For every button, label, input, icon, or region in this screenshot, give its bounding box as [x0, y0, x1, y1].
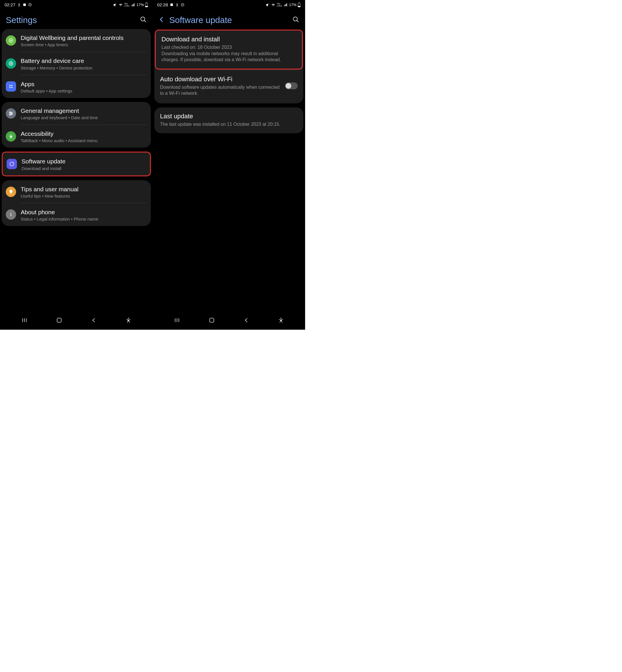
- item-sub: TalkBack • Mono audio • Assistant menu: [21, 138, 147, 143]
- settings-item-apps[interactable]: AppsDefault apps • App settings: [2, 75, 151, 98]
- settings-header: Settings: [0, 8, 152, 29]
- home-button[interactable]: [56, 317, 62, 324]
- status-bar: 02:27 Vo)LTE1 17%: [0, 0, 152, 8]
- download-install-item[interactable]: Download and install Last checked on: 18…: [155, 30, 303, 70]
- item-sub: Default apps • App settings: [21, 89, 147, 93]
- search-button[interactable]: [140, 16, 147, 24]
- settings-item-info[interactable]: About phoneStatus • Legal information • …: [2, 203, 151, 226]
- dnd-icon: [181, 3, 184, 7]
- recents-button[interactable]: [174, 317, 180, 324]
- auto-download-toggle[interactable]: [285, 82, 298, 89]
- dnd-icon: [28, 3, 32, 7]
- svg-point-16: [10, 134, 11, 135]
- last-update-section: Last update The last update was installe…: [154, 107, 303, 133]
- settings-item-bulb[interactable]: Tips and user manualUseful tips • New fe…: [2, 180, 151, 203]
- page-title: Settings: [6, 15, 37, 25]
- back-button[interactable]: [243, 317, 250, 324]
- svg-point-11: [9, 87, 11, 88]
- bulb-icon: [6, 187, 16, 197]
- svg-rect-24: [298, 6, 300, 7]
- signal-icon: [131, 3, 135, 7]
- svg-point-27: [281, 318, 282, 319]
- settings-section: Tips and user manualUseful tips • New fe…: [2, 180, 151, 226]
- mute-icon: [266, 3, 270, 7]
- download-install-title: Download and install: [162, 36, 296, 43]
- item-title: About phone: [21, 209, 147, 216]
- wifi-icon: [271, 3, 276, 7]
- settings-item-care[interactable]: Battery and device careStorage • Memory …: [2, 52, 151, 75]
- auto-download-item[interactable]: Auto download over Wi-Fi Download softwa…: [154, 70, 303, 102]
- item-title: Accessibility: [21, 130, 147, 138]
- settings-section: Software updateDownload and install: [2, 152, 151, 176]
- svg-point-10: [11, 85, 12, 86]
- svg-rect-3: [145, 6, 148, 7]
- item-sub: Status • Legal information • Phone name: [21, 216, 147, 221]
- accessibility-button[interactable]: [126, 317, 131, 324]
- status-time: 02:28: [157, 2, 168, 7]
- software-update-content: Download and install Last checked on: 18…: [152, 29, 305, 313]
- last-update-item[interactable]: Last update The last update was installe…: [154, 107, 303, 133]
- settings-item-update[interactable]: Software updateDownload and install: [3, 152, 150, 175]
- download-install-sub: Last checked on: 18 October 2023 Downloa…: [162, 44, 296, 63]
- settings-item-sliders[interactable]: General managementLanguage and keyboard …: [2, 102, 151, 125]
- nav-bar: [0, 313, 152, 330]
- settings-list[interactable]: Digital Wellbeing and parental controlsS…: [0, 29, 152, 313]
- item-title: Battery and device care: [21, 57, 147, 65]
- settings-section: General managementLanguage and keyboard …: [2, 102, 151, 148]
- last-update-sub: The last update was installed on 11 Octo…: [160, 121, 298, 128]
- sliders-icon: [6, 108, 16, 118]
- care-icon: [6, 58, 16, 69]
- settings-screen: 02:27 Vo)LTE1 17% Settings Digital Wellb…: [0, 0, 152, 330]
- svg-point-20: [128, 318, 129, 319]
- home-button[interactable]: [209, 317, 215, 324]
- svg-point-4: [141, 17, 145, 21]
- recents-button[interactable]: [21, 317, 28, 324]
- item-sub: Useful tips • New features: [21, 193, 147, 199]
- item-title: Apps: [21, 80, 147, 88]
- info-icon: [6, 209, 16, 220]
- back-button[interactable]: [158, 16, 165, 24]
- settings-section: Digital Wellbeing and parental controlsS…: [2, 29, 151, 98]
- svg-point-8: [10, 63, 12, 64]
- back-button[interactable]: [91, 317, 97, 324]
- svg-point-7: [9, 62, 13, 66]
- status-bar: 02:28 Vo)LTE1 17%: [152, 0, 305, 8]
- upload-icon: [175, 3, 179, 7]
- svg-point-12: [11, 87, 12, 88]
- accessibility-button[interactable]: [278, 317, 284, 324]
- signal-icon: [283, 3, 288, 7]
- item-title: Software update: [22, 158, 146, 165]
- svg-point-9: [9, 85, 11, 86]
- svg-point-13: [10, 112, 11, 113]
- svg-point-6: [10, 40, 12, 41]
- page-title: Software update: [169, 15, 232, 25]
- a11y-icon: [6, 131, 16, 142]
- search-button[interactable]: [292, 16, 299, 24]
- settings-item-wellbeing[interactable]: Digital Wellbeing and parental controlsS…: [2, 29, 151, 52]
- svg-rect-26: [210, 318, 214, 322]
- item-sub: Language and keyboard • Date and time: [21, 115, 147, 120]
- wellbeing-icon: [6, 35, 16, 46]
- settings-item-a11y[interactable]: AccessibilityTalkBack • Mono audio • Ass…: [2, 125, 151, 148]
- item-title: General management: [21, 107, 147, 115]
- upload-icon: [17, 3, 21, 7]
- svg-rect-2: [146, 3, 147, 3]
- svg-rect-18: [11, 215, 11, 216]
- software-update-header: Software update: [152, 8, 305, 29]
- update-options-section: Download and install Last checked on: 18…: [154, 30, 303, 103]
- volte-icon: Vo)LTE1: [277, 3, 282, 7]
- svg-point-15: [10, 114, 11, 115]
- battery-percent: 17%: [136, 3, 144, 7]
- svg-point-14: [11, 113, 12, 114]
- item-sub: Storage • Memory • Device protection: [21, 66, 147, 70]
- volte-icon: Vo)LTE1: [124, 3, 130, 7]
- item-sub: Download and install: [22, 166, 146, 171]
- apps-icon: [6, 81, 16, 92]
- item-sub: Screen time • App timers: [21, 42, 147, 47]
- update-icon: [7, 159, 17, 169]
- svg-rect-23: [299, 3, 299, 3]
- software-update-screen: 02:28 Vo)LTE1 17% Software update Downlo…: [152, 0, 305, 330]
- svg-point-17: [10, 213, 11, 214]
- status-time: 02:27: [5, 2, 15, 7]
- wifi-icon: [118, 3, 123, 7]
